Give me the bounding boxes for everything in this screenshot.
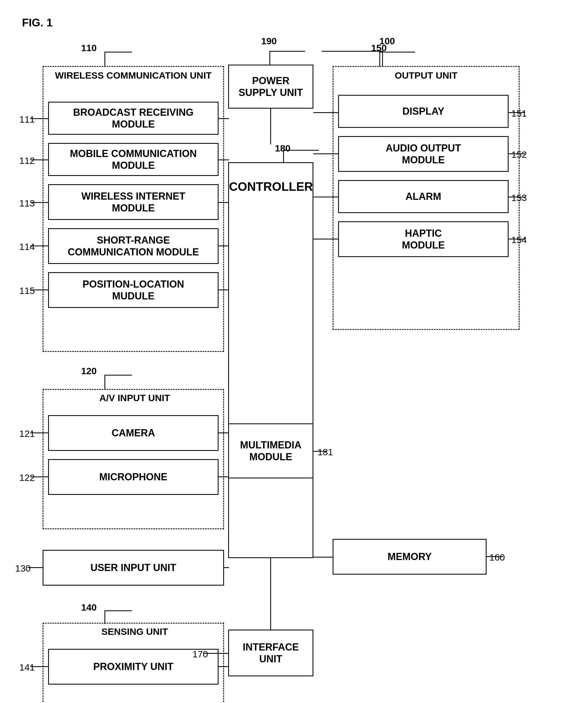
user-input-unit: USER INPUT UNIT: [43, 550, 224, 585]
av-input-label: A/V INPUT UNIT: [55, 393, 215, 403]
fig-label: FIG. 1: [22, 16, 53, 29]
ref-122: 122: [19, 472, 35, 483]
ref-152: 152: [511, 149, 527, 160]
interface-unit: INTERFACE UNIT: [228, 630, 313, 676]
alarm: ALARM: [338, 180, 509, 213]
sensing-unit-label: SENSING UNIT: [55, 626, 215, 637]
ref-121: 121: [19, 428, 35, 439]
ref-181: 181: [318, 447, 333, 458]
ref-140: 140: [81, 602, 97, 613]
ref-114: 114: [19, 241, 35, 252]
ref-130: 130: [15, 563, 31, 574]
ref-120: 120: [81, 366, 97, 376]
ref-160: 160: [489, 552, 505, 563]
ref-112: 112: [19, 155, 35, 166]
controller: CONTROLLER: [228, 162, 313, 558]
ref-113: 113: [19, 198, 35, 209]
ref-115: 115: [19, 285, 35, 296]
mobile-comm-module: MOBILE COMMUNICATION MODULE: [48, 143, 219, 176]
position-location-module: POSITION-LOCATION MUDULE: [48, 272, 219, 308]
ref-141: 141: [19, 662, 35, 673]
ref-154: 154: [511, 235, 527, 245]
wireless-comm-unit-label: WIRELESS COMMUNICATION UNIT: [48, 70, 219, 81]
ref-111: 111: [19, 114, 35, 125]
audio-output-module: AUDIO OUTPUT MODULE: [338, 136, 509, 172]
camera: CAMERA: [48, 415, 219, 451]
multimedia-module: MULTIMEDIA MODULE: [228, 423, 313, 478]
microphone: MICROPHONE: [48, 459, 219, 495]
ref-190: 190: [261, 36, 277, 47]
wireless-internet-module: WIRELESS INTERNET MODULE: [48, 184, 219, 220]
short-range-module: SHORT-RANGE COMMUNICATION MODULE: [48, 228, 219, 264]
broadcast-module: BROADCAST RECEIVING MODULE: [48, 102, 219, 135]
memory: MEMORY: [333, 539, 487, 574]
haptic-module: HAPTIC MODULE: [338, 221, 509, 257]
ref-151: 151: [511, 108, 527, 119]
ref-180: 180: [275, 143, 290, 154]
power-supply-unit: POWER SUPPLY UNIT: [228, 65, 313, 108]
output-unit-label: OUTPUT UNIT: [344, 70, 509, 81]
display: DISPLAY: [338, 95, 509, 128]
ref-170: 170: [192, 649, 208, 659]
ref-110: 110: [81, 43, 97, 53]
ref-153: 153: [511, 192, 527, 203]
